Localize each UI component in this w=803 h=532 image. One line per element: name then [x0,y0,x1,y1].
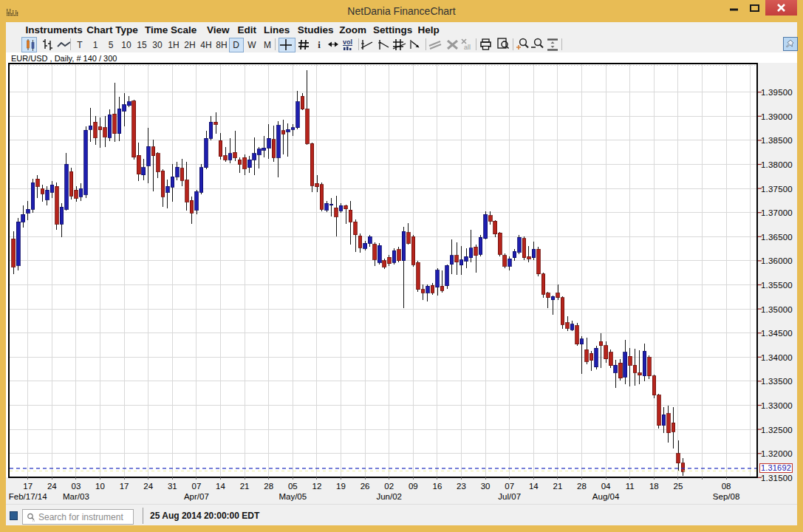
svg-text:all: all [464,44,471,51]
svg-text:vol: vol [343,38,352,46]
